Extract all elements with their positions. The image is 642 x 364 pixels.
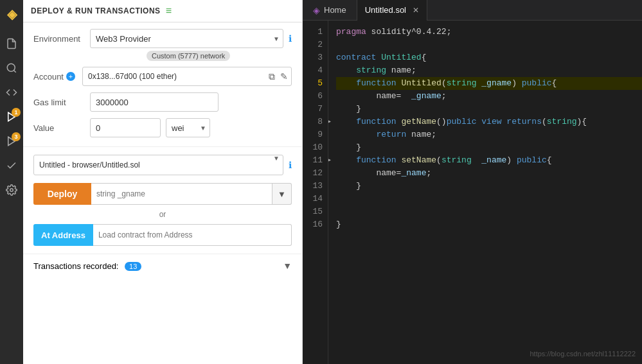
code-line-4: string name; [336, 64, 642, 77]
run-icon[interactable]: 1 [0, 105, 23, 128]
code-line-11: ▶ function setName(string _name) public{ [336, 154, 642, 167]
code-line-1: pragma solidity^0.4.22; [336, 26, 642, 39]
deploy-btn-row: Deploy ▼ [23, 180, 302, 207]
deploy-panel: DEPLOY & RUN TRANSACTIONS ≡ Environment … [23, 0, 303, 364]
code-line-15 [336, 205, 642, 218]
gas-limit-row: Gas limit [33, 92, 292, 112]
tab-untitled-sol[interactable]: Untitled.sol ✕ [357, 0, 427, 21]
tab-home[interactable]: ◈ Home [303, 0, 357, 21]
transactions-count-badge: 13 [125, 262, 141, 271]
code-line-14 [336, 193, 642, 205]
edit-account-button[interactable]: ✎ [279, 70, 289, 83]
contract-selector-wrapper: Untitled - browser/Untitled.sol ▼ [33, 155, 283, 175]
svg-point-0 [7, 64, 15, 71]
sidebar: ◈ 1 3 [0, 0, 23, 364]
value-row: Value wei gwei finney ether ▼ [33, 118, 292, 137]
deploy-button[interactable]: Deploy [33, 183, 91, 205]
account-icons: ⧉ ✎ [267, 70, 289, 83]
tab-bar: ◈ Home Untitled.sol ✕ [303, 0, 642, 21]
code-line-10: } [336, 141, 642, 154]
compiler-icon[interactable] [0, 81, 23, 104]
gas-limit-input[interactable] [90, 92, 218, 112]
tab-active-label: Untitled.sol [365, 5, 406, 15]
deploy-params-input[interactable] [91, 183, 272, 205]
account-label: Account + [33, 72, 78, 82]
at-address-row: At Address [23, 221, 302, 248]
environment-select-wrapper: Web3 Provider JavaScript VM Injected Web… [90, 29, 283, 48]
add-account-icon[interactable]: + [66, 72, 75, 81]
value-unit-select[interactable]: wei gwei finney ether [166, 118, 210, 137]
value-input[interactable] [90, 118, 161, 137]
transactions-row: Transactions recorded: 13 ▼ [23, 254, 302, 277]
network-badge-row: Custom (5777) network [90, 51, 292, 60]
debug-icon[interactable]: 3 [0, 130, 23, 153]
code-line-13: } [336, 180, 642, 193]
code-line-12: name=_name; [336, 167, 642, 180]
at-address-button[interactable]: At Address [33, 224, 93, 246]
value-unit-wrapper: wei gwei finney ether ▼ [166, 118, 210, 137]
copy-account-button[interactable]: ⧉ [267, 70, 276, 83]
svg-point-4 [10, 189, 13, 192]
code-line-6: name= _gname; [336, 90, 642, 103]
transactions-label-group: Transactions recorded: 13 [33, 261, 141, 271]
at-address-input[interactable] [93, 224, 292, 246]
value-label: Value [33, 123, 85, 133]
environment-label: Environment [33, 34, 85, 44]
contract-selector[interactable]: Untitled - browser/Untitled.sol [33, 155, 283, 175]
svg-line-1 [13, 70, 15, 72]
code-line-8: ▶ function getName()public view returns(… [336, 116, 642, 128]
account-select[interactable]: 0x138...67d00 (100 ether) [82, 67, 292, 86]
tab-close-icon[interactable]: ✕ [413, 6, 419, 15]
environment-info-icon[interactable]: ℹ [289, 33, 292, 44]
file-icon[interactable] [0, 32, 23, 55]
network-badge: Custom (5777) network [147, 51, 230, 61]
gas-limit-label: Gas limit [33, 98, 85, 107]
contract-selector-row: Untitled - browser/Untitled.sol ▼ ℹ [23, 150, 302, 180]
account-row: Account + 0x138...67d00 (100 ether) ⧉ ✎ [33, 67, 292, 86]
code-line-3: contract Untitled{ [336, 51, 642, 64]
code-line-7: } [336, 103, 642, 116]
deploy-header-icon: ≡ [166, 5, 172, 17]
account-input-wrapper: 0x138...67d00 (100 ether) ⧉ ✎ [82, 67, 292, 86]
line-numbers: 1 2 3 4 5 6 7 8 9 10 11 12 13 14 15 16 [303, 21, 328, 364]
transactions-expand-icon[interactable]: ▼ [283, 261, 292, 271]
deploy-header: DEPLOY & RUN TRANSACTIONS ≡ [23, 0, 302, 22]
collapse-arrow-icon-3: ▶ [328, 154, 331, 167]
eth-icon: ◈ [313, 5, 320, 15]
code-line-16: } [336, 218, 642, 231]
code-editor: 1 2 3 4 5 6 7 8 9 10 11 12 13 14 15 16 p… [303, 21, 642, 364]
code-line-2 [336, 39, 642, 51]
search-icon[interactable] [0, 56, 23, 80]
tab-home-label: Home [324, 5, 346, 15]
environment-row: Environment Web3 Provider JavaScript VM … [33, 29, 292, 48]
environment-select[interactable]: Web3 Provider JavaScript VM Injected Web… [90, 29, 283, 48]
settings-icon[interactable] [0, 178, 23, 202]
editor-area: ◈ Home Untitled.sol ✕ 1 2 3 4 5 6 7 8 9 … [303, 0, 642, 364]
transactions-label: Transactions recorded: [33, 261, 118, 271]
deploy-expand-button[interactable]: ▼ [272, 183, 292, 205]
code-line-9: return name; [336, 128, 642, 141]
collapse-arrow-icon-2: ▶ [328, 116, 331, 128]
code-line-5: ⚠ ▶ function Untitled(string _gname) pub… [336, 77, 642, 90]
form-section: Environment Web3 Provider JavaScript VM … [23, 22, 302, 144]
test-icon[interactable] [0, 154, 23, 177]
or-row: or [23, 207, 302, 221]
contract-info-icon[interactable]: ℹ [289, 160, 292, 170]
code-content[interactable]: pragma solidity^0.4.22; contract Untitle… [328, 21, 642, 364]
deploy-title: DEPLOY & RUN TRANSACTIONS [31, 6, 161, 15]
remix-logo-icon[interactable]: ◈ [0, 3, 23, 26]
